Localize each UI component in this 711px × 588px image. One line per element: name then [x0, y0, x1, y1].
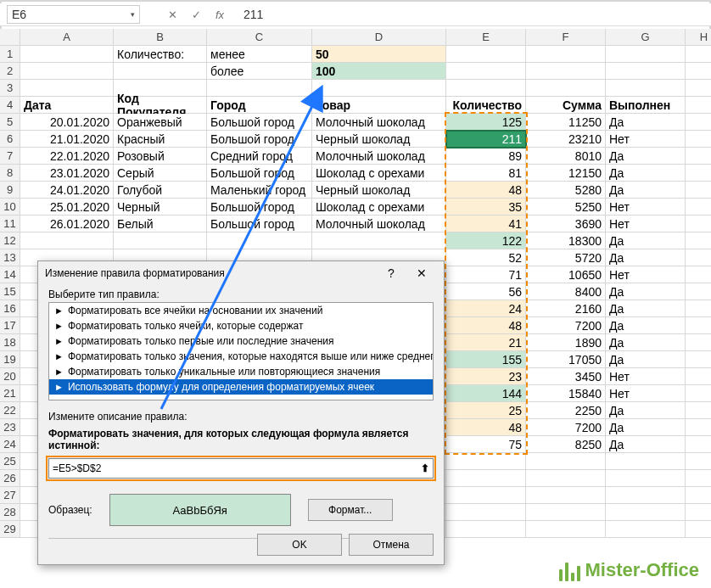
cell[interactable] [686, 249, 711, 266]
rule-type-item[interactable]: ►Форматировать только уникальные или пов… [49, 364, 433, 379]
cell[interactable] [526, 80, 606, 97]
formula-input[interactable]: =E5>$D$2 ⬆ [48, 458, 434, 479]
row-header[interactable]: 27 [0, 487, 20, 504]
row-header[interactable]: 17 [0, 317, 20, 334]
column-header[interactable]: A [20, 29, 114, 46]
cell[interactable]: Количество [446, 97, 526, 114]
cell[interactable]: 48 [446, 182, 526, 199]
cell[interactable]: Большой город [207, 114, 312, 131]
cell[interactable]: Да [606, 351, 686, 368]
cell[interactable]: Да [606, 182, 686, 199]
cell[interactable]: Товар [312, 97, 446, 114]
cell[interactable]: Нет [606, 216, 686, 232]
cell[interactable] [686, 521, 711, 538]
cell[interactable] [446, 504, 526, 521]
cell[interactable]: Черный шоколад [312, 131, 446, 148]
cell[interactable] [686, 232, 711, 249]
cell[interactable]: Город [207, 97, 312, 114]
cell[interactable]: Большой город [207, 165, 312, 182]
cell[interactable] [606, 504, 686, 521]
ok-button[interactable]: OK [257, 534, 342, 556]
cell[interactable] [526, 504, 606, 521]
cell[interactable]: 21.01.2020 [20, 131, 114, 148]
cell[interactable]: Сумма [526, 97, 606, 114]
rule-type-item[interactable]: ►Использовать формулу для определения фо… [49, 379, 433, 395]
cell[interactable] [686, 317, 711, 334]
rule-type-item[interactable]: ►Форматировать только первые или последн… [49, 333, 433, 349]
row-header[interactable]: 28 [0, 504, 20, 521]
cell[interactable]: Серый [114, 165, 207, 182]
cell[interactable]: Да [606, 419, 686, 436]
cell[interactable]: Да [606, 114, 686, 131]
cell[interactable]: 8250 [526, 436, 606, 453]
dialog-titlebar[interactable]: Изменение правила форматирования ? ✕ [38, 261, 444, 285]
cell[interactable] [686, 266, 711, 283]
cell[interactable]: Средний город [207, 148, 312, 165]
cell[interactable]: Да [606, 334, 686, 351]
cell[interactable]: 22.01.2020 [20, 148, 114, 165]
row-header[interactable]: 2 [0, 63, 20, 80]
row-header[interactable]: 3 [0, 80, 20, 97]
cell[interactable]: 211 [446, 131, 526, 148]
cell[interactable]: Розовый [114, 148, 207, 165]
cell[interactable] [606, 453, 686, 470]
cell[interactable]: Оранжевый [114, 114, 207, 131]
cell[interactable]: 17050 [526, 351, 606, 368]
column-header[interactable]: H [686, 29, 711, 46]
formula-bar-value[interactable]: 211 [232, 8, 263, 21]
cell[interactable] [606, 521, 686, 538]
cell[interactable]: 155 [446, 351, 526, 368]
cell[interactable]: 23210 [526, 131, 606, 148]
cell[interactable] [526, 521, 606, 538]
row-header[interactable]: 16 [0, 300, 20, 317]
cell[interactable]: Большой город [207, 216, 312, 232]
cell[interactable]: 2250 [526, 402, 606, 419]
cell[interactable] [686, 182, 711, 199]
cell[interactable]: Черный [114, 199, 207, 216]
column-header[interactable]: C [207, 29, 312, 46]
format-button[interactable]: Формат... [308, 499, 393, 521]
cell[interactable] [686, 436, 711, 453]
cell[interactable] [686, 97, 711, 114]
cell[interactable]: 75 [446, 436, 526, 453]
row-header[interactable]: 10 [0, 199, 20, 216]
cell[interactable] [686, 334, 711, 351]
cell[interactable] [686, 148, 711, 165]
row-header[interactable]: 24 [0, 436, 20, 453]
cell[interactable]: 52 [446, 249, 526, 266]
cell[interactable] [446, 63, 526, 80]
cell[interactable] [20, 232, 114, 249]
cell[interactable] [526, 470, 606, 487]
cell[interactable]: Красный [114, 131, 207, 148]
cell[interactable]: Большой город [207, 199, 312, 216]
cell[interactable]: 1890 [526, 334, 606, 351]
cell[interactable]: 25.01.2020 [20, 199, 114, 216]
row-header[interactable]: 5 [0, 114, 20, 131]
cell[interactable]: 25 [446, 402, 526, 419]
cell[interactable]: Да [606, 165, 686, 182]
cell[interactable]: Молочный шоколад [312, 148, 446, 165]
rule-type-item[interactable]: ►Форматировать только ячейки, которые со… [49, 318, 433, 333]
cell[interactable]: 8010 [526, 148, 606, 165]
column-header[interactable]: B [114, 29, 207, 46]
cell[interactable]: Черный шоколад [312, 182, 446, 199]
cell[interactable]: 81 [446, 165, 526, 182]
cell[interactable]: Нет [606, 131, 686, 148]
cell[interactable]: Нет [606, 368, 686, 385]
row-header[interactable]: 19 [0, 351, 20, 368]
cell[interactable]: Да [606, 249, 686, 266]
row-header[interactable]: 13 [0, 249, 20, 266]
name-box[interactable]: E6 ▾ [7, 5, 140, 24]
row-header[interactable]: 6 [0, 131, 20, 148]
cell[interactable] [20, 63, 114, 80]
cell[interactable]: 35 [446, 199, 526, 216]
cell[interactable] [526, 453, 606, 470]
cell[interactable]: Да [606, 402, 686, 419]
cell[interactable]: Да [606, 300, 686, 317]
row-header[interactable]: 14 [0, 266, 20, 283]
cell[interactable]: 5280 [526, 182, 606, 199]
select-all-corner[interactable] [0, 29, 20, 46]
cell[interactable] [606, 487, 686, 504]
cell[interactable]: 48 [446, 419, 526, 436]
cell[interactable]: 11250 [526, 114, 606, 131]
